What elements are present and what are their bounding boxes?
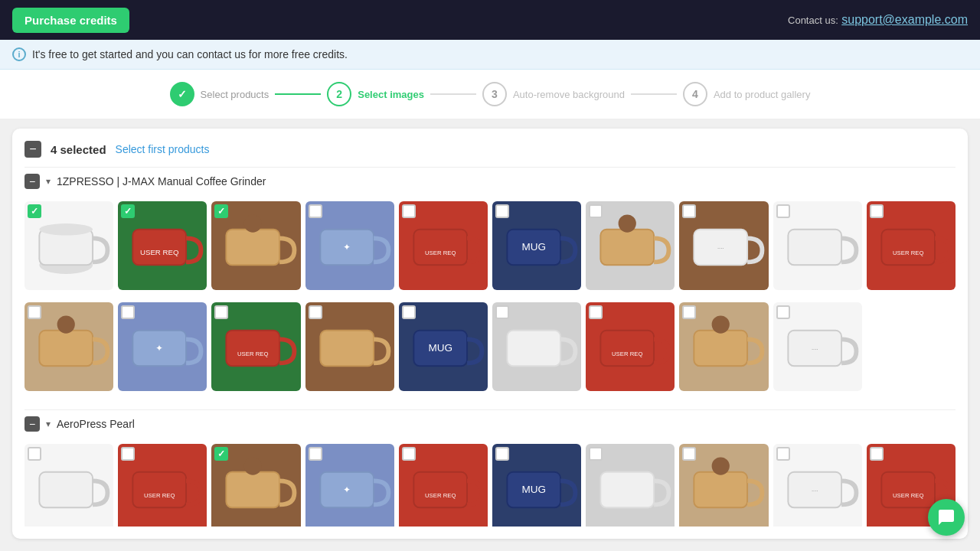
checkbox[interactable]: [682, 447, 696, 461]
svg-rect-17: [788, 230, 841, 265]
image-item[interactable]: USER REQ: [118, 444, 207, 527]
image-item[interactable]: ····: [773, 444, 862, 527]
svg-text:USER REQ: USER REQ: [893, 249, 923, 256]
image-item[interactable]: [492, 302, 581, 391]
checkbox[interactable]: [495, 204, 509, 218]
checkbox[interactable]: [776, 204, 790, 218]
checkbox[interactable]: [682, 305, 696, 319]
info-icon: i: [12, 47, 26, 61]
group-1-minus-button[interactable]: −: [24, 174, 40, 189]
svg-text:USER REQ: USER REQ: [237, 350, 268, 357]
checkbox[interactable]: [776, 447, 790, 461]
image-item[interactable]: [586, 201, 675, 290]
image-item[interactable]: [24, 302, 113, 391]
group-2-chevron-icon[interactable]: ▾: [46, 419, 51, 429]
checkbox[interactable]: [870, 204, 884, 218]
image-item[interactable]: [586, 444, 675, 527]
checkbox[interactable]: [402, 447, 416, 461]
svg-text:MUG: MUG: [521, 484, 546, 495]
contact-email-link[interactable]: support@example.com: [841, 13, 968, 26]
svg-point-2: [39, 223, 93, 235]
step-1-circle: ✓: [170, 82, 194, 106]
checkbox[interactable]: [121, 447, 135, 461]
image-item[interactable]: ····: [773, 302, 862, 391]
checkbox[interactable]: [589, 204, 603, 218]
image-item[interactable]: MUG: [399, 302, 488, 391]
svg-point-49: [712, 458, 730, 475]
svg-text:✦: ✦: [343, 484, 351, 494]
steps-bar: ✓ Select products 2 Select images 3 Auto…: [0, 70, 980, 119]
checkbox[interactable]: [589, 305, 603, 319]
select-first-link[interactable]: Select first products: [116, 143, 210, 155]
image-item[interactable]: [679, 302, 768, 391]
image-item[interactable]: ····: [679, 201, 768, 290]
svg-rect-18: [881, 230, 935, 265]
svg-text:MUG: MUG: [521, 241, 546, 253]
svg-point-6: [244, 214, 262, 232]
checkbox[interactable]: [309, 204, 322, 218]
checkbox[interactable]: [28, 305, 41, 319]
image-item[interactable]: USER REQ: [399, 201, 488, 290]
checkbox[interactable]: [309, 305, 322, 319]
checkbox[interactable]: [776, 305, 790, 319]
chat-bubble-button[interactable]: [928, 499, 965, 536]
step-4-circle: 4: [683, 82, 707, 106]
step-3-label: Auto-remove background: [513, 89, 625, 100]
group-2-row-1: USER REQ ✓ ✦ USER REQ MUG ···· USER REQ: [24, 438, 956, 527]
checkbox[interactable]: ✓: [214, 447, 228, 461]
step-2-label: Select images: [358, 89, 424, 100]
image-item[interactable]: ✓: [211, 201, 300, 290]
image-item[interactable]: [24, 444, 113, 527]
image-item[interactable]: USER REQ: [399, 444, 488, 527]
image-item[interactable]: ✓: [24, 201, 113, 290]
svg-text:USER REQ: USER REQ: [144, 492, 175, 499]
checkbox[interactable]: [870, 447, 884, 461]
checkbox[interactable]: ✓: [121, 204, 135, 218]
step-2-circle: 2: [327, 82, 351, 106]
step-1: ✓ Select products: [170, 82, 270, 106]
image-item[interactable]: ✦: [118, 302, 207, 391]
svg-text:USER REQ: USER REQ: [893, 492, 923, 499]
checkbox[interactable]: [121, 305, 135, 319]
checkbox[interactable]: [28, 447, 41, 461]
checkbox[interactable]: [682, 204, 696, 218]
checkbox[interactable]: [309, 447, 322, 461]
svg-rect-36: [39, 472, 93, 507]
checkbox[interactable]: [495, 447, 509, 461]
bottom-bar: Next Previous: [0, 548, 980, 551]
checkbox[interactable]: [214, 305, 228, 319]
svg-text:✦: ✦: [343, 242, 351, 252]
svg-text:USER REQ: USER REQ: [612, 350, 642, 357]
image-item[interactable]: ✦: [305, 444, 394, 527]
info-message: It's free to get started and you can con…: [32, 48, 348, 60]
step-4-label: Add to product gallery: [714, 89, 810, 100]
image-item[interactable]: MUG: [492, 444, 581, 527]
checkbox[interactable]: [402, 305, 416, 319]
svg-rect-32: [694, 331, 748, 366]
checkbox[interactable]: [589, 447, 603, 461]
checkbox[interactable]: ✓: [28, 204, 41, 218]
purchase-credits-button[interactable]: Purchase credits: [12, 8, 129, 33]
image-item[interactable]: [773, 201, 862, 290]
svg-text:MUG: MUG: [428, 342, 452, 354]
image-item[interactable]: ✦: [305, 201, 394, 290]
deselect-all-button[interactable]: −: [24, 141, 41, 158]
svg-rect-29: [507, 331, 560, 366]
group-1-header: − ▾ 1ZPRESSO | J-MAX Manual Coffee Grind…: [24, 167, 956, 195]
image-item[interactable]: USER REQ: [867, 201, 956, 290]
group-1-name: 1ZPRESSO | J-MAX Manual Coffee Grinder: [57, 175, 266, 187]
group-2-minus-button[interactable]: −: [24, 416, 40, 432]
checkbox[interactable]: [402, 204, 416, 218]
svg-rect-43: [413, 472, 467, 507]
group-1-chevron-icon[interactable]: ▾: [46, 176, 51, 187]
image-item[interactable]: ✓USER REQ: [118, 201, 207, 290]
checkbox[interactable]: ✓: [214, 204, 228, 218]
image-item[interactable]: USER REQ: [586, 302, 675, 391]
image-item[interactable]: [305, 302, 394, 391]
image-item[interactable]: ✓: [211, 444, 300, 527]
products-area[interactable]: − ▾ 1ZPRESSO | J-MAX Manual Coffee Grind…: [24, 167, 956, 527]
image-item[interactable]: USER REQ: [211, 302, 300, 391]
checkbox[interactable]: [495, 305, 509, 319]
image-item[interactable]: MUG: [492, 201, 581, 290]
image-item[interactable]: [679, 444, 768, 527]
